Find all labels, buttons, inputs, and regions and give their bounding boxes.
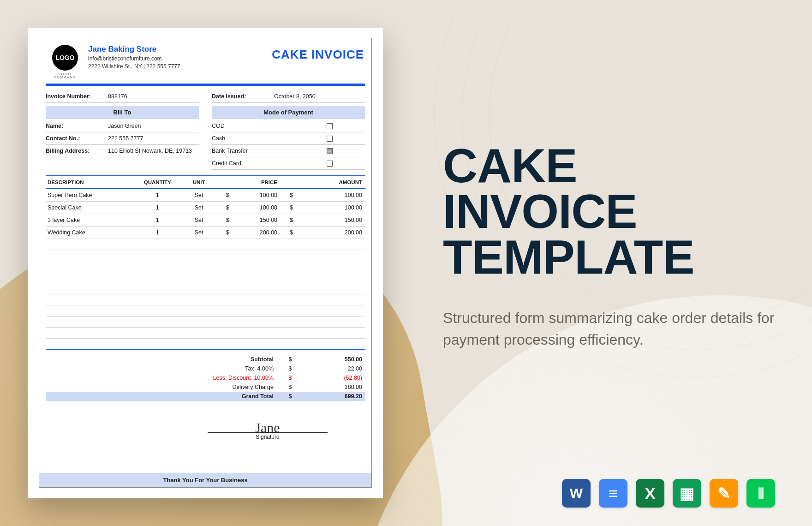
signature-area: Jane Signature [46,414,365,440]
company-email: info@bristleconefurniture.com [88,55,272,62]
billto-name-value: Jason Green [108,123,199,129]
invoice-number-value: 888176 [108,93,199,100]
th-price: PRICE [237,176,282,189]
invoice-document: LOGO LOGO COMPANY Jane Baking Store info… [28,28,383,498]
company-address: 2222 Willshire St., NY | 222 555 7777 [88,63,272,70]
table-row: 3 layer Cake1Set$150.00$150.00 [46,214,365,227]
th-quantity: QUANTITY [135,176,180,189]
table-row [46,239,365,250]
items-table: DESCRIPTION QUANTITY Unit PRICE AMOUNT S… [46,175,365,350]
billto-contact-label: Contact No.: [46,135,108,142]
currency-symbol: $ [280,393,300,400]
currency-symbol: $ [280,384,300,390]
currency-symbol: $ [280,375,300,381]
subtotal-value: 550.00 [300,356,365,363]
table-row [46,339,365,350]
payment-mode-label: Cash [212,135,327,142]
discount-label: Less: Discount [213,375,251,381]
grand-total-label: Grand Total [46,393,280,400]
table-row [46,305,365,317]
meta-row: Invoice Number: 888176 Bill To Name: Jas… [39,90,371,170]
promo-title-l2: TEMPLATE [443,230,694,284]
tax-label: Tax [245,365,254,372]
table-row [46,283,365,294]
logo-subtext: LOGO COMPANY [47,72,84,79]
table-row: Wedding Cake1Set$200.00$200.00 [46,227,365,239]
logo-circle: LOGO [52,45,78,71]
checkbox-icon[interactable] [327,161,333,167]
apple-pages-icon[interactable]: ✎ [710,479,738,508]
billto-contact-value: 222 555 7777 [108,135,199,142]
grand-total-value: 699.20 [300,393,365,400]
billto-addr-value: 110 Elliott St Newark, DE, 19713 [108,148,199,154]
promo-subtitle: Structured form summarizing cake order d… [443,307,775,350]
payment-mode-label: Bank Transfer [212,148,327,154]
company-name: Jane Baking Store [88,45,272,54]
checkbox-icon[interactable] [327,123,333,129]
currency-symbol: $ [280,356,300,363]
payment-mode-row: Credit Card [212,157,365,170]
checkbox-icon[interactable]: ✓ [327,148,333,154]
word-icon[interactable]: W [562,479,591,508]
th-amount: AMOUNT [301,176,365,189]
th-description: DESCRIPTION [46,176,135,189]
billto-addr-label: Billing Address: [46,148,108,154]
excel-icon[interactable]: X [636,479,664,508]
doc-title: CAKE INVOICE [272,45,364,62]
discount-rate: 10.00% [254,375,274,381]
payment-mode-row: COD [212,120,365,132]
payment-header: Mode of Payment [212,106,365,119]
payment-mode-row: Bank Transfer✓ [212,145,365,157]
payment-mode-row: Cash [212,132,365,145]
apple-numbers-icon[interactable]: ⫴ [746,479,775,508]
table-row: Super Hero Cake1Set$100.00$100.00 [46,189,365,202]
tax-value: 22.00 [300,365,365,372]
signature-script: Jane [255,420,280,436]
discount-value: (52.80) [300,375,365,381]
table-row [46,294,365,305]
payment-mode-label: Credit Card [212,160,327,167]
bill-to-header: Bill To [46,106,199,119]
logo: LOGO LOGO COMPANY [47,45,84,79]
table-row [46,328,365,339]
table-row [46,261,365,272]
company-info: Jane Baking Store info@bristleconefurnit… [88,45,272,70]
google-sheets-icon[interactable]: ▦ [673,479,701,508]
doc-footer: Thank You For Your Business [39,473,371,487]
delivery-value: 180.00 [300,384,365,390]
delivery-label: Delivery Charge [46,384,280,390]
totals-block: Subtotal $ 550.00 Tax 4.00% $ 22.00 Less… [46,355,365,401]
th-unit: Unit [180,176,218,189]
promo-title-l1: CAKE INVOICE [443,139,637,238]
promo-title: CAKE INVOICE TEMPLATE [443,143,775,280]
subtotal-label: Subtotal [46,356,280,363]
table-row [46,272,365,283]
table-row [46,317,365,328]
google-docs-icon[interactable]: ≡ [599,479,627,508]
date-value: October 8, 2050 [274,93,365,100]
doc-header: LOGO LOGO COMPANY Jane Baking Store info… [39,38,371,84]
app-icons-row: W ≡ X ▦ ✎ ⫴ [562,479,775,508]
tax-rate: 4.00% [257,365,274,372]
table-row: Special Cake1Set$100.00$100.00 [46,202,365,214]
checkbox-icon[interactable] [327,136,333,142]
invoice-number-label: Invoice Number: [46,93,108,100]
billto-name-label: Name: [46,123,108,129]
table-row [46,250,365,261]
header-rule [46,84,365,86]
currency-symbol: $ [280,365,300,372]
payment-mode-label: COD [212,123,327,129]
date-label: Date Issued: [212,93,274,100]
promo-block: CAKE INVOICE TEMPLATE Structured form su… [443,143,775,350]
